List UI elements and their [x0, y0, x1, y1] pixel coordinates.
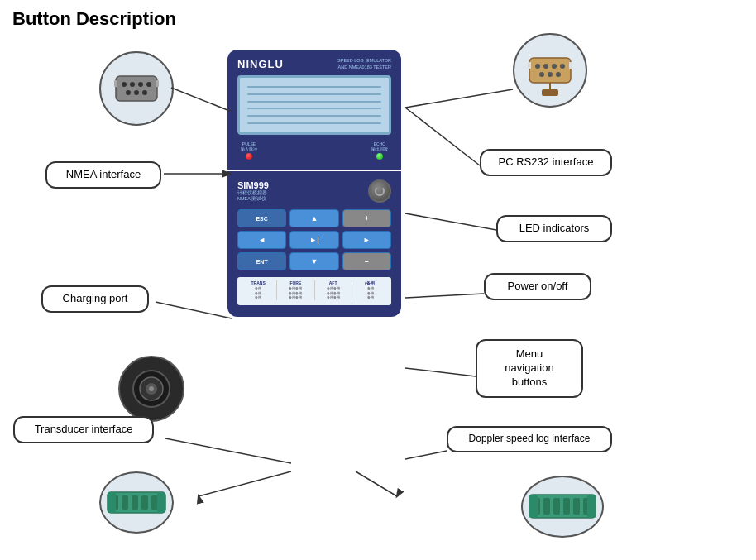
sim-brand: SIM999 计程仪模拟器NMEA 测试仪	[237, 180, 269, 202]
svg-rect-28	[122, 495, 128, 510]
svg-line-47	[405, 294, 484, 298]
brand-name: NINGLU	[237, 58, 284, 70]
svg-rect-18	[528, 62, 531, 69]
svg-line-49	[165, 438, 291, 463]
pc-rs232-label: PC RS232 interface	[480, 149, 612, 176]
key-left[interactable]: ◄	[237, 231, 286, 249]
svg-point-25	[149, 386, 154, 391]
echo-label: ECHO输出回读	[371, 141, 388, 151]
svg-line-45	[405, 213, 496, 230]
svg-rect-39	[573, 498, 580, 515]
sim-model: SIM999	[237, 180, 269, 190]
svg-point-13	[552, 64, 557, 69]
svg-point-11	[535, 64, 540, 69]
led-indicators-label: LED indicators	[496, 215, 612, 242]
svg-point-7	[142, 90, 147, 95]
device-top-module: NINGLU SPEED LOG SIMULATOR AND NMEA0183 …	[227, 50, 401, 170]
sim-header: SIM999 计程仪模拟器NMEA 测试仪	[237, 179, 391, 203]
svg-point-4	[146, 82, 151, 87]
key-plus[interactable]: +	[342, 209, 391, 227]
svg-line-44	[405, 108, 480, 165]
echo-led	[376, 153, 383, 160]
nmea-connector-circle	[99, 51, 174, 126]
svg-rect-41	[529, 495, 538, 518]
svg-rect-32	[108, 492, 116, 513]
svg-line-46	[156, 302, 232, 318]
svg-rect-21	[542, 89, 558, 96]
svg-point-14	[560, 64, 565, 69]
echo-indicator: ECHO输出回读	[371, 141, 388, 160]
key-right[interactable]: ►	[342, 231, 391, 249]
svg-rect-10	[529, 58, 571, 83]
svg-rect-0	[116, 76, 157, 101]
svg-rect-8	[114, 80, 117, 87]
indicator-row: PULSE输入脉冲 ECHO输出回读	[237, 141, 391, 160]
power-onoff-label: Power on/off	[484, 273, 591, 300]
svg-point-16	[548, 72, 553, 77]
key-playpause[interactable]: ►|	[289, 231, 338, 249]
power-icon	[375, 186, 385, 196]
doppler-interface-label: Doppler speed log interface	[447, 426, 612, 452]
power-button[interactable]	[368, 179, 391, 203]
data-section: TRANS 备用备用备用 FORE 备用备用备用备用备用备用 AFT 备用备用备…	[237, 277, 391, 305]
svg-rect-19	[569, 62, 572, 69]
key-minus[interactable]: –	[342, 252, 391, 270]
pulse-led	[246, 153, 252, 160]
svg-rect-33	[157, 492, 165, 513]
svg-point-3	[138, 82, 143, 87]
device-screen	[237, 75, 391, 135]
svg-point-5	[126, 90, 131, 95]
device-bottom-module: SIM999 计程仪模拟器NMEA 测试仪 ESC ▲ + ◄ ►| ► ENT…	[227, 171, 401, 317]
menu-nav-label: Menu navigation buttons	[476, 339, 583, 398]
svg-rect-30	[141, 495, 148, 510]
device-diagram: NINGLU SPEED LOG SIMULATOR AND NMEA0183 …	[223, 50, 405, 317]
nmea-interface-label: NMEA interface	[45, 161, 161, 189]
svg-point-2	[130, 82, 135, 87]
charging-port-label: Charging port	[41, 285, 149, 313]
transducer-circle	[99, 471, 174, 534]
svg-line-50	[405, 451, 447, 459]
svg-point-17	[556, 72, 561, 77]
key-ent[interactable]: ENT	[237, 252, 286, 270]
svg-line-48	[405, 368, 476, 376]
svg-point-1	[122, 82, 127, 87]
svg-point-6	[134, 90, 139, 95]
page-title: Button Description	[8, 8, 748, 30]
svg-rect-37	[553, 498, 560, 515]
key-esc[interactable]: ESC	[237, 209, 286, 227]
doppler-circle	[521, 476, 604, 538]
svg-point-12	[543, 64, 548, 69]
brand-subtitle: SPEED LOG SIMULATOR AND NMEA0183 TESTER	[337, 58, 391, 69]
svg-rect-36	[543, 498, 550, 515]
svg-line-53	[199, 471, 291, 496]
svg-rect-31	[151, 495, 158, 510]
svg-line-54	[356, 471, 397, 496]
svg-rect-38	[563, 498, 570, 515]
pulse-label: PULSE输入脉冲	[241, 141, 257, 151]
pc-rs232-connector-circle	[513, 33, 587, 108]
page-container: Button Description NINGLU SPEED LOG SIMU…	[0, 0, 756, 560]
svg-rect-42	[587, 495, 596, 518]
sim-subtitle: 计程仪模拟器NMEA 测试仪	[237, 190, 269, 202]
pulse-indicator: PULSE输入脉冲	[241, 141, 257, 160]
svg-point-15	[539, 72, 544, 77]
svg-rect-29	[132, 495, 138, 510]
key-down[interactable]: ▼	[289, 252, 338, 270]
keypad: ESC ▲ + ◄ ►| ► ENT ▼ –	[237, 209, 391, 270]
charging-port-circle	[118, 356, 184, 422]
svg-line-52	[405, 89, 513, 108]
key-up[interactable]: ▲	[289, 209, 338, 227]
transducer-interface-label: Transducer interface	[13, 416, 154, 443]
svg-rect-9	[156, 80, 159, 87]
